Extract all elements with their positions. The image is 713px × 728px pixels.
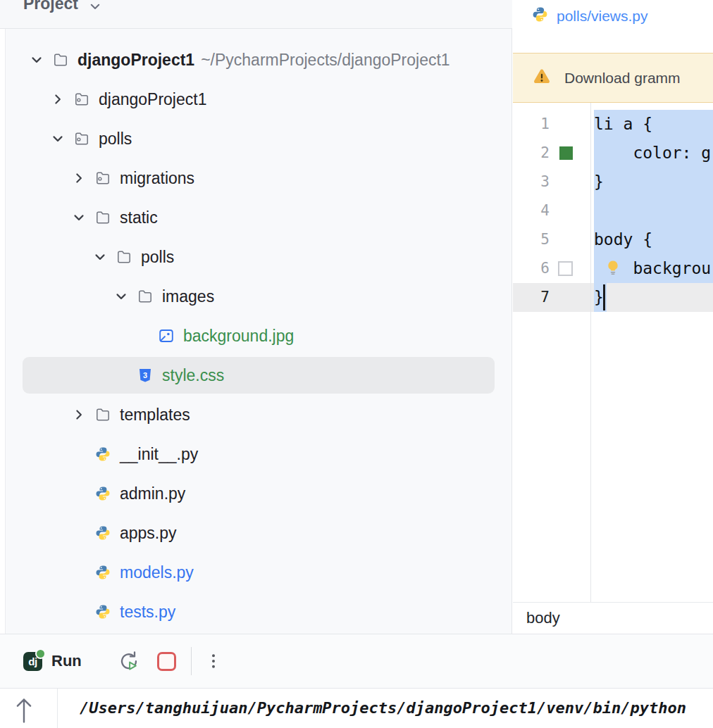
- more-options-button[interactable]: [204, 651, 223, 671]
- tree-row-djangoproject1[interactable]: djangoProject1: [6, 80, 512, 119]
- running-indicator-dot: [35, 648, 46, 659]
- tree-row-models-py[interactable]: models.py: [6, 553, 512, 592]
- tree-item-label: images: [162, 277, 214, 316]
- toolbar-divider: [191, 647, 192, 675]
- editor-tab-polls-views[interactable]: polls/views.py: [531, 6, 648, 26]
- rerun-button[interactable]: [117, 649, 141, 673]
- code-line-6[interactable]: 6 backgrou: [513, 254, 713, 283]
- lightbulb-icon[interactable]: [604, 259, 621, 281]
- tree-item-label: __init__.py: [120, 434, 198, 474]
- chevron-collapsed-icon[interactable]: [51, 92, 65, 106]
- code-line-7[interactable]: 7}: [513, 283, 713, 312]
- tree-row-static[interactable]: static: [6, 198, 512, 237]
- chevron-down-icon[interactable]: [87, 0, 103, 17]
- code-text: }: [594, 283, 604, 312]
- python-file-icon: [94, 485, 111, 502]
- kebab-menu-icon: [204, 651, 223, 671]
- python-file-icon: [94, 525, 111, 541]
- warning-icon: [532, 67, 552, 89]
- svg-text:3: 3: [143, 371, 147, 379]
- tree-row-templates[interactable]: templates: [6, 395, 512, 434]
- stop-icon: [157, 652, 176, 671]
- tree-item-label: templates: [120, 395, 190, 434]
- line-number[interactable]: 6: [513, 254, 550, 283]
- color-preview-swatch-empty[interactable]: [558, 261, 573, 276]
- scroll-to-top-button[interactable]: [12, 694, 36, 724]
- tree-item-label: tests.py: [120, 592, 175, 632]
- line-number[interactable]: 3: [513, 168, 550, 196]
- tree-row-images[interactable]: images: [6, 277, 512, 316]
- code-line-2[interactable]: 2 color: g: [513, 139, 713, 168]
- package-folder-icon: [73, 130, 90, 147]
- python-icon: [531, 6, 549, 26]
- chevron-expanded-icon[interactable]: [114, 289, 128, 303]
- banner-message: Download gramm: [564, 70, 681, 87]
- tree-row-init-py[interactable]: __init__.py: [6, 434, 512, 474]
- tree-row-background-jpg[interactable]: background.jpg: [6, 316, 512, 356]
- run-config-label[interactable]: Run: [51, 652, 82, 670]
- chevron-expanded-icon[interactable]: [30, 53, 44, 67]
- folder-icon: [116, 249, 132, 265]
- tree-item-label: admin.py: [120, 474, 185, 513]
- editor-area: polls/views.py Download gramm 1li a {2 c…: [513, 0, 713, 634]
- tree-row-polls[interactable]: polls: [6, 237, 512, 277]
- project-tool-window: djangoProject1~/PycharmProjects/djangoPr…: [6, 29, 512, 634]
- tool-window-stripe: [0, 29, 6, 634]
- tree-row-admin-py[interactable]: admin.py: [6, 474, 512, 513]
- code-text: li a {: [594, 110, 652, 139]
- image-file-icon: [158, 327, 175, 344]
- stop-button[interactable]: [157, 652, 176, 671]
- project-panel-title[interactable]: Project: [23, 0, 78, 13]
- breadcrumbs-bar: body: [513, 602, 713, 634]
- package-folder-icon: [73, 91, 90, 108]
- run-console: /Users/tanghuijuan/PycharmProjects/djang…: [0, 688, 713, 728]
- line-number[interactable]: 7: [513, 283, 550, 312]
- chevron-expanded-icon[interactable]: [72, 211, 86, 225]
- tree-item-label: style.css: [162, 356, 224, 395]
- console-command-line[interactable]: /Users/tanghuijuan/PycharmProjects/djang…: [80, 689, 713, 727]
- project-panel-header: Project: [0, 0, 512, 29]
- tree-item-label: background.jpg: [183, 316, 294, 356]
- line-number[interactable]: 1: [513, 110, 550, 139]
- chevron-expanded-icon[interactable]: [51, 132, 65, 146]
- run-config-icon[interactable]: dj: [23, 652, 42, 671]
- editor-tab-label: polls/views.py: [557, 8, 648, 25]
- tree-item-label: models.py: [120, 553, 194, 592]
- folder-icon: [94, 209, 111, 226]
- line-number[interactable]: 5: [513, 225, 550, 254]
- code-line-5[interactable]: 5body {: [513, 225, 713, 254]
- code-editor[interactable]: 1li a {2 color: g3}45body {6 backgrou7}: [513, 103, 713, 602]
- tree-item-label: static: [120, 198, 158, 237]
- tree-row-polls[interactable]: polls: [6, 119, 512, 158]
- selected-row-highlight: [23, 357, 495, 394]
- code-line-4[interactable]: 4: [513, 196, 713, 225]
- folder-icon: [137, 288, 154, 305]
- line-number[interactable]: 4: [513, 196, 550, 225]
- tree-row-apps-py[interactable]: apps.py: [6, 513, 512, 553]
- chevron-collapsed-icon[interactable]: [72, 171, 86, 185]
- tree-item-label: djangoProject1: [99, 80, 206, 119]
- folder-icon: [52, 51, 69, 68]
- tree-row-tests-py[interactable]: tests.py: [6, 592, 512, 632]
- chevron-expanded-icon[interactable]: [93, 250, 107, 264]
- tree-item-label: apps.py: [120, 513, 177, 553]
- tree-row-djangoproject1[interactable]: djangoProject1~/PycharmProjects/djangoPr…: [6, 40, 512, 80]
- code-line-3[interactable]: 3}: [513, 168, 713, 196]
- tree-row-migrations[interactable]: migrations: [6, 158, 512, 198]
- breadcrumb-item[interactable]: body: [526, 603, 560, 633]
- rerun-icon: [117, 649, 141, 673]
- chevron-collapsed-icon[interactable]: [72, 408, 86, 422]
- code-text: color: g: [594, 139, 711, 168]
- code-text: body {: [594, 225, 652, 254]
- color-preview-swatch-green[interactable]: [559, 146, 573, 160]
- console-gutter: [0, 689, 58, 728]
- editor-tab-bar: polls/views.py: [513, 0, 713, 53]
- tree-item-label: djangoProject1~/PycharmProjects/djangoPr…: [78, 40, 450, 80]
- tree-row-style-css[interactable]: 3style.css: [6, 356, 512, 395]
- editor-notification-banner[interactable]: Download gramm: [513, 53, 713, 103]
- tree-item-label: migrations: [120, 158, 194, 198]
- package-folder-icon: [94, 170, 111, 187]
- project-root-path: ~/PycharmProjects/djangoProject1: [201, 51, 450, 69]
- code-line-1[interactable]: 1li a {: [513, 110, 713, 139]
- line-number[interactable]: 2: [513, 139, 550, 168]
